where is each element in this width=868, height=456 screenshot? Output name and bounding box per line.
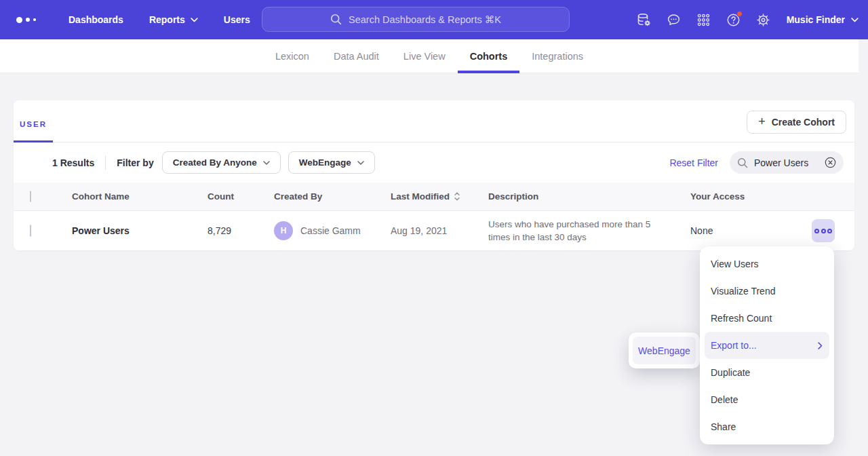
cohort-name[interactable]: Power Users [58,225,194,236]
primary-nav: Dashboards Reports Users [56,0,263,39]
col-last-modified: Last Modified [391,191,488,202]
plus-icon: + [758,115,766,128]
row-actions-cell [799,219,854,242]
nav-dashboards-label: Dashboards [68,14,123,25]
creator-name: Cassie Gamm [300,225,361,236]
chevron-down-icon [263,161,270,165]
project-name: Music Finder [787,14,845,25]
cohort-search-input[interactable]: Power Users [730,151,844,174]
create-cohort-label: Create Cohort [772,117,835,128]
ellipsis-dot [821,229,826,233]
chevron-down-icon [357,161,364,165]
clear-search-icon[interactable] [825,157,836,168]
table-row[interactable]: Power Users 8,729 H Cassie Gamm Aug 19, … [14,211,854,250]
col-cohort-name: Cohort Name [58,191,194,202]
tab-data-audit-label: Data Audit [334,51,379,62]
page-content: USER + Create Cohort 1 Results Filter by… [0,73,868,250]
cohorts-card: USER + Create Cohort 1 Results Filter by… [14,100,854,250]
tab-lexicon-label: Lexicon [275,51,309,62]
logo-dot [26,18,30,22]
more-actions-button[interactable] [812,219,835,242]
tab-lexicon[interactable]: Lexicon [263,39,321,73]
menu-item-export-to-label: Export to... [711,340,757,351]
tab-integrations[interactable]: Integrations [519,39,595,73]
tab-integrations-label: Integrations [532,51,583,62]
tab-user-cohorts[interactable]: USER [14,105,53,142]
filter-by-label: Filter by [117,157,153,168]
menu-item-refresh-count[interactable]: Refresh Count [700,305,834,332]
tab-cohorts-label: Cohorts [470,51,508,62]
global-search-placeholder: Search Dashboards & Reports ⌘K [349,14,501,25]
webengage-filter-dropdown[interactable]: WebEngage [288,151,375,174]
data-management-icon[interactable] [631,6,658,33]
reset-filter-link[interactable]: Reset Filter [669,157,718,168]
cohort-count: 8,729 [194,225,274,236]
menu-item-duplicate[interactable]: Duplicate [700,359,834,386]
col-last-modified-label: Last Modified [391,191,450,202]
logo-dot [16,17,22,23]
ellipsis-dot [827,229,832,233]
menu-item-view-users[interactable]: View Users [700,250,834,278]
search-icon [737,157,748,168]
chevron-down-icon [191,18,198,22]
topbar-actions: Music Finder [631,0,859,39]
nav-reports[interactable]: Reports [136,0,211,39]
create-cohort-button[interactable]: + Create Cohort [747,111,846,134]
nav-users-label: Users [224,14,250,25]
col-count: Count [194,191,274,202]
created-by-filter-dropdown[interactable]: Created By Anyone [162,151,281,174]
created-by-cell: H Cassie Gamm [274,221,391,240]
card-header: USER + Create Cohort [14,100,854,142]
header-checkbox-cell [14,191,58,202]
col-created-by: Created By [274,191,391,202]
messages-icon[interactable] [660,6,688,33]
global-search-input[interactable]: Search Dashboards & Reports ⌘K [262,7,570,32]
export-submenu: WebEngage [629,332,700,368]
chevron-down-icon [851,18,859,22]
project-switcher[interactable]: Music Finder [787,14,859,25]
search-icon [330,14,342,25]
logo-dot [33,18,36,21]
divider [105,155,106,170]
settings-gear-icon[interactable] [750,6,777,33]
menu-item-delete[interactable]: Delete [700,386,834,413]
results-count: 1 Results [52,157,94,168]
secondary-nav: Lexicon Data Audit Live View Cohorts Int… [0,39,859,73]
menu-item-share[interactable]: Share [700,413,834,440]
chevron-right-icon [818,342,823,349]
help-icon[interactable] [720,6,747,33]
tab-live-view[interactable]: Live View [391,39,458,73]
menu-item-export-to[interactable]: Export to... [705,332,829,359]
webengage-filter-value: WebEngage [299,157,351,168]
cohort-search-value: Power Users [754,157,818,168]
row-checkbox-cell [14,225,58,236]
filter-toolbar: 1 Results Filter by Created By Anyone We… [14,142,854,183]
your-access-value: None [690,225,799,236]
cohort-description: Users who have purchased more than 5 tim… [488,218,690,244]
nav-dashboards[interactable]: Dashboards [56,0,136,39]
context-menu: View Users Visualize Trend Refresh Count… [700,246,834,444]
created-by-filter-value: Created By Anyone [173,157,257,168]
select-all-checkbox[interactable] [30,191,31,202]
row-checkbox[interactable] [30,225,31,237]
table-header: Cohort Name Count Created By Last Modifi… [14,183,854,211]
mixpanel-logo[interactable] [16,17,47,23]
last-modified-date: Aug 19, 2021 [391,225,488,236]
apps-grid-icon[interactable] [690,6,717,33]
tab-live-view-label: Live View [403,51,446,62]
submenu-item-webengage[interactable]: WebEngage [633,337,696,364]
nav-users[interactable]: Users [211,0,263,39]
topbar: Dashboards Reports Users Search Dashboar… [0,0,868,39]
tab-data-audit[interactable]: Data Audit [321,39,391,73]
nav-reports-label: Reports [149,14,185,25]
col-your-access: Your Access [690,191,799,202]
col-description: Description [488,191,690,202]
ellipsis-dot [814,229,819,233]
sort-icon[interactable] [454,192,460,201]
avatar: H [274,221,293,240]
tab-cohorts[interactable]: Cohorts [458,39,520,73]
notification-badge [736,11,743,17]
menu-item-visualize-trend[interactable]: Visualize Trend [700,278,834,305]
